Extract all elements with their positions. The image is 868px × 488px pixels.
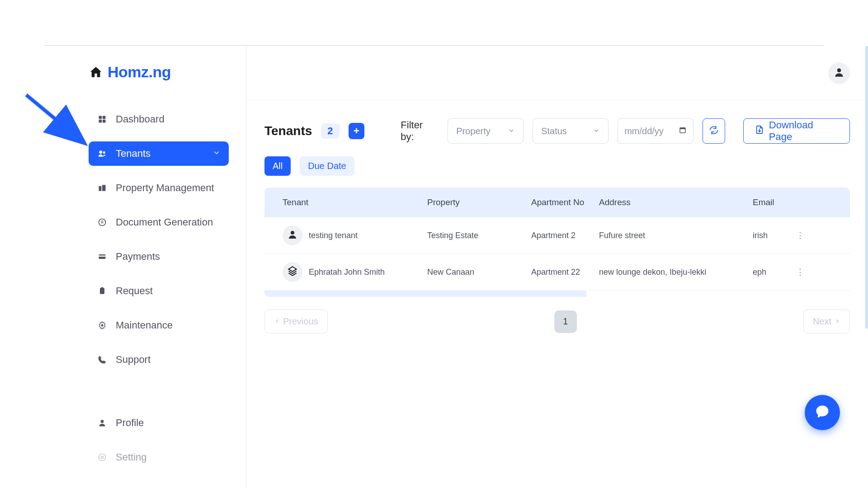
more-vertical-icon: ⋮ (796, 267, 804, 277)
svg-rect-0 (99, 116, 102, 119)
cell-property: New Canaan (427, 267, 531, 277)
download-page-button[interactable]: Download Page (743, 118, 850, 144)
add-tenant-button[interactable]: + (349, 123, 365, 139)
date-filter-input[interactable]: mm/dd/yy (618, 118, 693, 144)
download-label: Download Page (769, 119, 839, 143)
row-actions-button[interactable]: ⋮ (789, 230, 811, 240)
refresh-icon (709, 125, 719, 137)
svg-point-14 (101, 420, 104, 423)
cell-apartment: Apartment 22 (531, 267, 599, 277)
svg-rect-12 (101, 287, 104, 289)
chevron-down-icon (212, 148, 221, 160)
sidebar-nav: Dashboard Tenants Property Management Do… (89, 107, 229, 469)
previous-page-button[interactable]: Previous (264, 310, 328, 333)
sidebar-item-label: Tenants (116, 148, 151, 160)
chat-launcher-button[interactable] (805, 395, 840, 430)
sidebar-item-label: Setting (116, 451, 147, 463)
col-property: Property (427, 197, 531, 207)
status-filter-select[interactable]: Status (533, 118, 609, 144)
filter-by-label: Filter by: (401, 119, 439, 143)
sidebar-item-label: Document Generation (116, 216, 213, 228)
sidebar-item-request[interactable]: Request (89, 279, 229, 303)
page-title: Tenants (264, 124, 312, 138)
svg-rect-1 (103, 116, 106, 119)
cell-address: new lounge dekon, Ibeju-lekki (599, 267, 753, 277)
cell-email: eph (753, 267, 789, 277)
dashboard-icon (97, 114, 108, 125)
phone-icon (97, 354, 108, 365)
pagination: Previous 1 Next (264, 310, 850, 333)
scrollbar-track[interactable] (865, 46, 868, 328)
col-email: Email (753, 197, 789, 207)
sidebar-item-label: Property Management (116, 182, 214, 194)
table-header: Tenant Property Apartment No Address Ema… (264, 188, 850, 217)
cell-apartment: Apartment 2 (531, 231, 599, 240)
clipboard-icon (97, 286, 108, 296)
user-icon (97, 418, 108, 428)
tenants-count-badge: 2 (321, 123, 339, 139)
user-icon (287, 229, 298, 242)
refresh-button[interactable] (703, 118, 725, 144)
sidebar-item-profile[interactable]: Profile (89, 411, 229, 435)
sidebar-item-setting[interactable]: Setting (89, 445, 229, 469)
tab-due-date[interactable]: Due Date (300, 156, 354, 176)
svg-point-21 (291, 231, 294, 235)
sidebar-item-label: Profile (116, 417, 144, 429)
buildings-icon (97, 183, 108, 193)
table-footer-strip (264, 291, 850, 297)
sidebar-item-label: Payments (116, 251, 160, 263)
svg-rect-7 (102, 185, 106, 191)
table-row[interactable]: Ephratah John Smith New Canaan Apartment… (264, 254, 850, 291)
chevron-left-icon (274, 316, 280, 327)
cell-property: Testing Estate (427, 231, 531, 240)
svg-point-16 (99, 454, 106, 461)
sidebar-item-dashboard[interactable]: Dashboard (89, 107, 229, 131)
svg-point-4 (99, 150, 102, 154)
date-placeholder: mm/dd/yy (624, 126, 664, 136)
svg-rect-11 (100, 288, 104, 294)
sidebar-item-tenants[interactable]: Tenants (89, 141, 229, 166)
next-label: Next (813, 316, 831, 327)
sidebar-item-label: Request (116, 285, 153, 297)
company-logo-icon (287, 265, 298, 279)
cell-email: irish (753, 231, 789, 240)
svg-point-15 (101, 456, 104, 459)
sidebar: Homz.ng Dashboard Tenants Property Manag… (44, 46, 246, 488)
chevron-down-icon (593, 126, 600, 136)
select-placeholder: Status (541, 126, 567, 136)
tenants-toolbar: Tenants 2 + Filter by: Property Status m… (264, 118, 850, 144)
tenant-name: Ephratah John Smith (309, 267, 385, 277)
tenant-avatar (283, 262, 302, 282)
svg-rect-6 (99, 186, 102, 191)
table-row[interactable]: testing tenant Testing Estate Apartment … (264, 217, 850, 254)
sidebar-item-payments[interactable]: Payments (89, 244, 229, 269)
brand-logo: Homz.ng (89, 63, 229, 81)
tenants-table: Tenant Property Apartment No Address Ema… (264, 188, 850, 297)
sidebar-item-document-generation[interactable]: Document Generation (89, 210, 229, 235)
settings-icon (97, 452, 108, 463)
sidebar-item-support[interactable]: Support (89, 347, 229, 372)
sidebar-item-property-management[interactable]: Property Management (89, 176, 229, 200)
sidebar-item-maintenance[interactable]: Maintenance (89, 313, 229, 338)
page-number-current[interactable]: 1 (554, 310, 577, 333)
sidebar-item-label: Maintenance (116, 319, 173, 331)
home-icon (89, 65, 103, 80)
svg-rect-3 (103, 120, 106, 123)
plus-icon: + (354, 125, 359, 137)
more-vertical-icon: ⋮ (796, 230, 804, 240)
svg-point-5 (103, 151, 105, 154)
download-icon (755, 125, 764, 137)
tab-all[interactable]: All (264, 156, 291, 176)
cell-address: Fufure street (599, 231, 753, 240)
top-header (246, 46, 868, 100)
col-tenant: Tenant (283, 197, 427, 207)
user-icon (833, 66, 845, 80)
select-placeholder: Property (456, 126, 491, 136)
row-actions-button[interactable]: ⋮ (789, 267, 811, 277)
tenant-name: testing tenant (309, 231, 358, 240)
svg-rect-10 (99, 256, 106, 257)
users-icon (97, 148, 108, 159)
next-page-button[interactable]: Next (803, 310, 850, 333)
property-filter-select[interactable]: Property (448, 118, 524, 144)
user-avatar[interactable] (828, 62, 850, 84)
